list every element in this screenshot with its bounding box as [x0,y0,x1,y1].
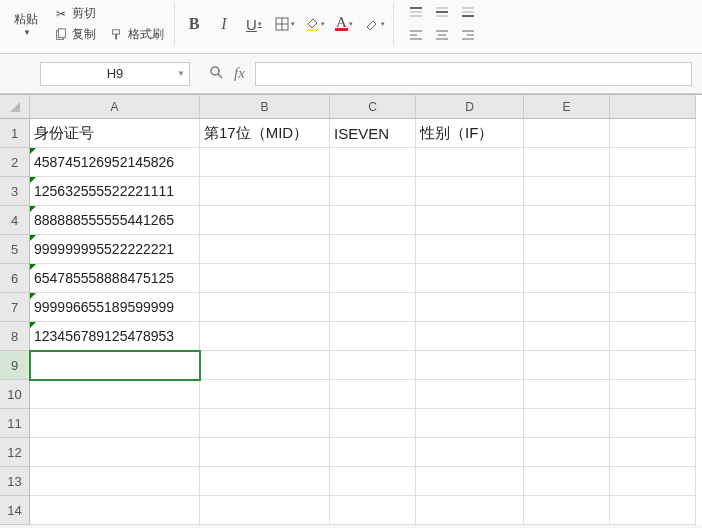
cell-A8[interactable]: 123456789125478953 [30,322,200,351]
align-top-button[interactable] [404,3,428,23]
cell-extra-10[interactable] [610,380,696,409]
cell-D6[interactable] [416,264,524,293]
cell-extra-9[interactable] [610,351,696,380]
cell-C12[interactable] [330,438,416,467]
cell-A10[interactable] [30,380,200,409]
row-header-12[interactable]: 12 [0,438,30,467]
cell-extra-6[interactable] [610,264,696,293]
cell-C7[interactable] [330,293,416,322]
cell-B13[interactable] [200,467,330,496]
cell-B9[interactable] [200,351,330,380]
row-header-3[interactable]: 3 [0,177,30,206]
row-header-7[interactable]: 7 [0,293,30,322]
cell-extra-13[interactable] [610,467,696,496]
cell-C11[interactable] [330,409,416,438]
italic-button[interactable]: I [211,11,237,37]
column-header-B[interactable]: B [200,95,330,119]
cell-A11[interactable] [30,409,200,438]
cell-B8[interactable] [200,322,330,351]
fx-icon[interactable]: fx [234,65,245,82]
row-header-1[interactable]: 1 [0,119,30,148]
cell-D11[interactable] [416,409,524,438]
cell-D13[interactable] [416,467,524,496]
cell-D1[interactable]: 性别（IF） [416,119,524,148]
cell-E11[interactable] [524,409,610,438]
row-header-11[interactable]: 11 [0,409,30,438]
font-color-button[interactable]: A ▾ [331,11,357,37]
column-header-C[interactable]: C [330,95,416,119]
cell-A3[interactable]: 125632555522221111 [30,177,200,206]
cell-E12[interactable] [524,438,610,467]
cell-E7[interactable] [524,293,610,322]
cell-B10[interactable] [200,380,330,409]
cell-B12[interactable] [200,438,330,467]
cell-C4[interactable] [330,206,416,235]
name-box[interactable]: H9 ▼ [40,62,190,86]
formula-input[interactable] [255,62,692,86]
format-painter-button[interactable]: 格式刷 [106,25,168,44]
row-header-9[interactable]: 9 [0,351,30,380]
cell-C2[interactable] [330,148,416,177]
cell-extra-11[interactable] [610,409,696,438]
paste-button[interactable]: 粘贴 ▼ [6,4,46,44]
cell-extra-4[interactable] [610,206,696,235]
column-header-A[interactable]: A [30,95,200,119]
cell-A14[interactable] [30,496,200,525]
align-bottom-button[interactable] [456,3,480,23]
cell-E3[interactable] [524,177,610,206]
cell-B14[interactable] [200,496,330,525]
cell-A7[interactable]: 999996655189599999 [30,293,200,322]
row-header-2[interactable]: 2 [0,148,30,177]
align-left-button[interactable] [404,25,428,45]
cell-D3[interactable] [416,177,524,206]
cell-C10[interactable] [330,380,416,409]
column-header-E[interactable]: E [524,95,610,119]
cell-D5[interactable] [416,235,524,264]
cell-B11[interactable] [200,409,330,438]
cell-C14[interactable] [330,496,416,525]
cell-B3[interactable] [200,177,330,206]
cell-E4[interactable] [524,206,610,235]
cell-B6[interactable] [200,264,330,293]
cell-E5[interactable] [524,235,610,264]
cell-A2[interactable]: 458745126952145826 [30,148,200,177]
cell-extra-12[interactable] [610,438,696,467]
cell-E2[interactable] [524,148,610,177]
cell-D12[interactable] [416,438,524,467]
cell-C1[interactable]: ISEVEN [330,119,416,148]
cell-B2[interactable] [200,148,330,177]
select-all-corner[interactable] [0,95,30,119]
cell-A6[interactable]: 654785558888475125 [30,264,200,293]
align-right-button[interactable] [456,25,480,45]
search-icon[interactable] [208,64,224,83]
cell-E9[interactable] [524,351,610,380]
row-header-4[interactable]: 4 [0,206,30,235]
cell-extra-8[interactable] [610,322,696,351]
bold-button[interactable]: B [181,11,207,37]
cell-E14[interactable] [524,496,610,525]
cell-extra-2[interactable] [610,148,696,177]
cell-D14[interactable] [416,496,524,525]
row-header-14[interactable]: 14 [0,496,30,525]
cell-D2[interactable] [416,148,524,177]
align-center-button[interactable] [430,25,454,45]
cell-E6[interactable] [524,264,610,293]
copy-button[interactable]: 复制 [50,25,100,44]
row-header-13[interactable]: 13 [0,467,30,496]
cell-E1[interactable] [524,119,610,148]
spreadsheet-grid[interactable]: ABCDE1身份证号第17位（MID）ISEVEN性别（IF）245874512… [0,94,702,525]
cell-extra-14[interactable] [610,496,696,525]
cell-extra-5[interactable] [610,235,696,264]
cell-C8[interactable] [330,322,416,351]
cell-B5[interactable] [200,235,330,264]
cell-B7[interactable] [200,293,330,322]
cell-C3[interactable] [330,177,416,206]
fill-color-button[interactable]: ▾ [301,11,327,37]
cell-E8[interactable] [524,322,610,351]
cell-A12[interactable] [30,438,200,467]
cell-extra-3[interactable] [610,177,696,206]
cell-extra-1[interactable] [610,119,696,148]
cell-D8[interactable] [416,322,524,351]
cell-D7[interactable] [416,293,524,322]
cell-A5[interactable]: 999999995522222221 [30,235,200,264]
